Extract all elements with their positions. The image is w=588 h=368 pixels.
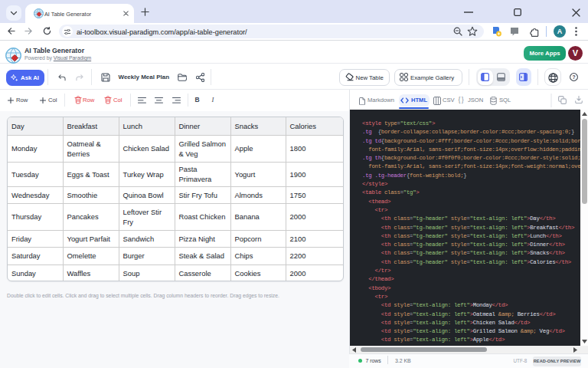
svg-text:?: ?: [572, 74, 575, 80]
